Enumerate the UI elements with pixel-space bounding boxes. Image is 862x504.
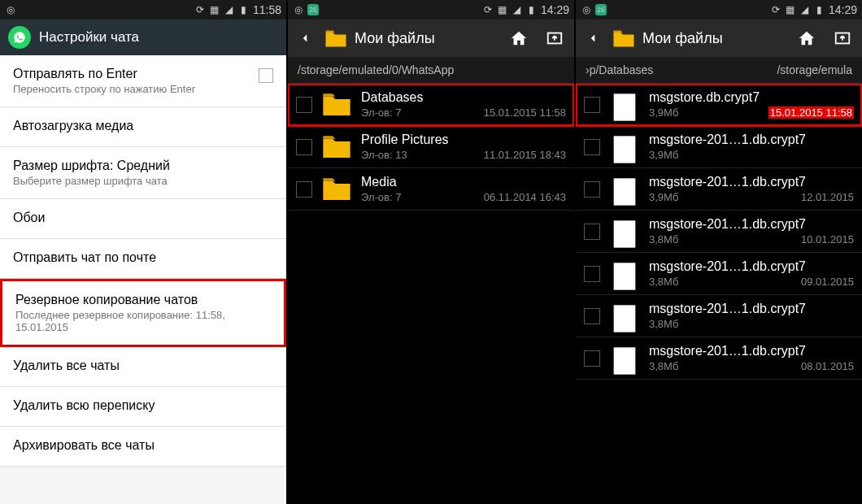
checkbox[interactable]	[584, 266, 600, 282]
file-icon	[608, 218, 641, 245]
file-manager-header: Мои файлы	[288, 20, 574, 57]
checkbox[interactable]	[296, 139, 312, 155]
path-bar: /storage/emulated/0/WhatsApp	[288, 57, 574, 84]
file-size: Эл-ов: 7	[361, 191, 401, 203]
file-name: Profile Pictures	[361, 133, 566, 147]
setting-title: Отправить чат по почте	[13, 250, 273, 265]
setting-title: Автозагрузка медиа	[13, 119, 273, 133]
setting-item[interactable]: Отправлять по EnterПереносить строку по …	[0, 55, 286, 107]
file-row[interactable]: msgstore-201…1.db.crypt73,8Мб	[576, 295, 862, 337]
file-meta: 3,8Мб10.01.2015	[649, 233, 854, 245]
battery-icon: ▮	[814, 4, 825, 15]
file-info: msgstore-201…1.db.crypt73,9Мб12.01.2015	[649, 175, 854, 203]
checkbox[interactable]	[584, 308, 600, 324]
file-icon	[608, 133, 641, 161]
file-meta: 3,8Мб	[649, 318, 854, 330]
checkbox[interactable]	[259, 68, 273, 83]
file-info: msgstore-201…1.db.crypt73,9Мб	[649, 133, 854, 161]
folder-icon	[320, 91, 353, 119]
file-row[interactable]: MediaЭл-ов: 706.11.2014 16:43	[288, 168, 574, 211]
file-name: Databases	[361, 90, 566, 105]
battery-icon: ▮	[238, 4, 250, 15]
file-row[interactable]: msgstore-201…1.db.crypt73,8Мб09.01.2015	[576, 253, 862, 295]
setting-item[interactable]: Удалить всю переписку	[0, 387, 286, 427]
setting-title: Обои	[13, 211, 273, 225]
file-icon	[608, 302, 641, 330]
file-meta: Эл-ов: 706.11.2014 16:43	[361, 191, 566, 203]
file-row[interactable]: msgstore-201…1.db.crypt73,8Мб10.01.2015	[576, 211, 862, 253]
up-icon[interactable]	[828, 24, 857, 53]
file-size: 3,8Мб	[649, 318, 678, 330]
file-name: msgstore-201…1.db.crypt7	[649, 175, 854, 189]
file-row[interactable]: msgstore-201…1.db.crypt73,8Мб08.01.2015	[576, 337, 862, 380]
file-date: 10.01.2015	[801, 233, 854, 245]
file-meta: 3,8Мб09.01.2015	[649, 276, 854, 288]
setting-item[interactable]: Автозагрузка медиа	[0, 107, 286, 147]
file-meta: Эл-ов: 1311.01.2015 18:43	[361, 149, 566, 161]
file-size: 3,9Мб	[649, 149, 678, 161]
back-icon[interactable]	[293, 26, 317, 50]
badge-icon: 26	[307, 4, 319, 15]
checkbox[interactable]	[584, 97, 600, 113]
nfc-icon: ▦	[209, 4, 220, 15]
checkbox[interactable]	[584, 350, 600, 367]
file-row[interactable]: msgstore-201…1.db.crypt73,9Мб	[576, 126, 862, 168]
file-date: 15.01.2015 11:58	[484, 106, 566, 119]
file-info: MediaЭл-ов: 706.11.2014 16:43	[361, 175, 566, 203]
file-list[interactable]: DatabasesЭл-ов: 715.01.2015 11:58Profile…	[288, 84, 574, 504]
file-list[interactable]: msgstore.db.crypt73,9Мб15.01.2015 11:58m…	[576, 84, 862, 504]
setting-item[interactable]: Резервное копирование чатовПоследнее рез…	[0, 279, 286, 347]
file-name: Media	[361, 175, 566, 189]
signal-icon: ◢	[224, 4, 235, 15]
fm-title: Мои файлы	[355, 30, 498, 47]
setting-subtitle: Переносить строку по нажатию Enter	[13, 83, 195, 95]
file-date: 08.01.2015	[801, 360, 854, 372]
file-row[interactable]: msgstore-201…1.db.crypt73,9Мб12.01.2015	[576, 168, 862, 211]
svg-rect-5	[614, 220, 636, 247]
setting-title: Отправлять по Enter	[13, 67, 195, 81]
file-size: Эл-ов: 7	[361, 106, 401, 119]
setting-item[interactable]: Архивировать все чаты	[0, 427, 286, 467]
file-row[interactable]: msgstore.db.crypt73,9Мб15.01.2015 11:58	[576, 84, 862, 126]
setting-subtitle: Выберите размер шрифта чата	[13, 175, 273, 187]
file-meta: 3,9Мб	[649, 149, 854, 161]
file-info: msgstore-201…1.db.crypt73,8Мб08.01.2015	[649, 344, 854, 372]
file-row[interactable]: DatabasesЭл-ов: 715.01.2015 11:58	[288, 84, 574, 126]
home-icon[interactable]	[792, 24, 821, 53]
header-title: Настройки чата	[39, 29, 139, 46]
status-bar: ◎ 26 ⟳ ▦ ◢ ▮ 14:29	[576, 0, 862, 20]
file-row[interactable]: Profile PicturesЭл-ов: 1311.01.2015 18:4…	[288, 126, 574, 168]
signal-icon: ◢	[512, 4, 523, 15]
setting-item[interactable]: Размер шрифта: СреднийВыберите размер шр…	[0, 147, 286, 199]
file-info: DatabasesЭл-ов: 715.01.2015 11:58	[361, 90, 566, 119]
checkbox[interactable]	[584, 139, 600, 155]
up-icon[interactable]	[540, 24, 569, 53]
setting-item[interactable]: Обои	[0, 199, 286, 239]
signal-icon: ◢	[799, 4, 811, 15]
app-notify-icon: ◎	[293, 4, 304, 15]
setting-title: Размер шрифта: Средний	[13, 159, 273, 173]
status-time: 14:29	[541, 3, 569, 16]
setting-item[interactable]: Отправить чат по почте	[0, 239, 286, 279]
sync-icon: ⟳	[770, 4, 781, 15]
settings-list[interactable]: Отправлять по EnterПереносить строку по …	[0, 55, 286, 504]
setting-item[interactable]: Удалить все чаты	[0, 347, 286, 387]
checkbox[interactable]	[584, 224, 600, 240]
sync-icon: ⟳	[194, 4, 206, 15]
checkbox[interactable]	[296, 181, 312, 198]
nfc-icon: ▦	[497, 4, 508, 15]
checkbox[interactable]	[296, 97, 312, 113]
home-icon[interactable]	[504, 24, 533, 53]
folder-icon	[324, 28, 348, 48]
file-meta: 3,8Мб08.01.2015	[649, 360, 854, 372]
setting-title: Архивировать все чаты	[13, 438, 273, 453]
back-icon[interactable]	[581, 26, 605, 50]
file-date: 06.11.2014 16:43	[484, 191, 566, 203]
folder-icon	[612, 28, 636, 48]
badge-icon: 26	[595, 4, 607, 15]
file-name: msgstore.db.crypt7	[649, 90, 854, 105]
checkbox[interactable]	[584, 181, 600, 198]
file-date: 12.01.2015	[801, 191, 854, 203]
fm-title: Мои файлы	[642, 30, 786, 47]
file-manager-header: Мои файлы	[576, 20, 862, 57]
